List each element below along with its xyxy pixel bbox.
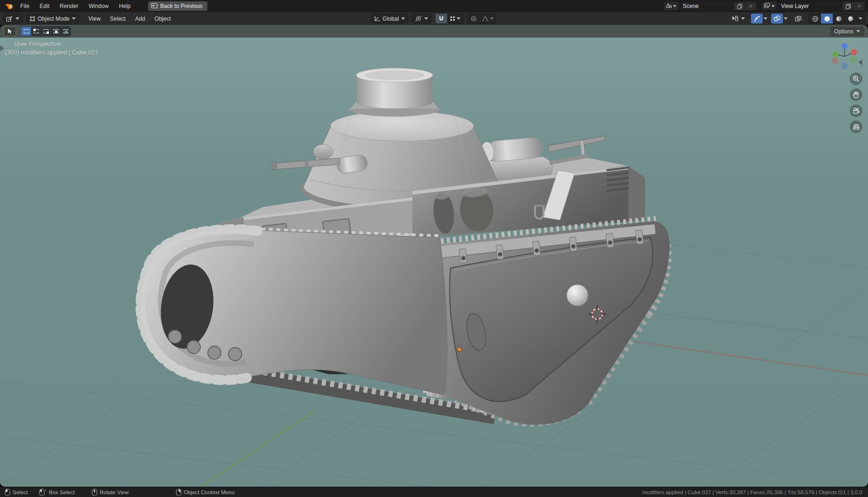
blender-logo-icon[interactable]	[3, 2, 15, 10]
tank-cupola	[349, 68, 440, 117]
viewport-info-label: (300) modifiers applied | Cube.027	[5, 49, 98, 56]
viewport-3d[interactable]: User Perspective (300) modifiers applied…	[0, 38, 868, 487]
scene-new-button[interactable]	[734, 1, 745, 11]
menu-window[interactable]: Window	[83, 0, 114, 12]
editor-type-icon	[6, 16, 13, 22]
falloff-dropdown[interactable]	[480, 14, 496, 24]
zoom-button[interactable]	[850, 72, 862, 85]
ortho-grid-icon	[852, 124, 860, 130]
menu-render[interactable]: Render	[55, 0, 83, 12]
select-mode-group	[21, 26, 71, 36]
snap-toggle-button[interactable]	[435, 14, 447, 24]
gizmo-toggle-button[interactable]	[751, 14, 763, 24]
object-mode-icon	[30, 16, 35, 22]
chevron-down-icon	[741, 17, 745, 20]
navigation-axis-gizmo[interactable]	[829, 40, 860, 72]
tank-left-track	[141, 229, 447, 395]
hint-box-select: Box Select	[39, 489, 75, 496]
object-origin-dot	[458, 347, 462, 352]
pan-button[interactable]	[850, 88, 862, 101]
topbar: File Edit Render Window Help Back to Pre…	[0, 0, 868, 12]
hint-select: Select	[5, 489, 28, 496]
shading-mode-group	[809, 13, 865, 24]
tank-model	[141, 68, 670, 425]
proportional-edit-button[interactable]	[468, 14, 480, 24]
xray-toggle-button[interactable]	[792, 14, 804, 24]
copy-icon	[845, 3, 851, 9]
chevron-down-icon	[673, 5, 677, 8]
select-mode-invert-button[interactable]	[51, 27, 61, 36]
falloff-curve-icon	[482, 16, 489, 22]
view-layer-new-button[interactable]	[843, 1, 854, 11]
tank-right-track	[417, 220, 670, 425]
menu-view[interactable]: View	[84, 16, 105, 22]
chevron-down-icon	[490, 17, 494, 20]
view-layer-selector: View Layer ✕	[761, 1, 865, 11]
view-layer-browse-button[interactable]	[761, 1, 777, 11]
menu-select[interactable]: Select	[105, 16, 130, 22]
transform-orientation-icon	[374, 16, 380, 22]
viewport-3d-scene[interactable]	[0, 38, 868, 487]
options-dropdown[interactable]: Options	[830, 27, 864, 36]
shading-dropdown[interactable]	[856, 14, 865, 24]
chevron-down-icon	[401, 17, 405, 20]
proportional-edit-icon	[471, 16, 477, 22]
overlays-toggle-button[interactable]	[771, 14, 783, 24]
scene-browse-button[interactable]	[663, 1, 679, 11]
shading-wireframe-icon	[812, 16, 819, 22]
pivot-point-icon	[415, 16, 422, 22]
scene-statistics: modifiers applied | Cube.027 | Verts:30,…	[642, 489, 862, 495]
snapping-group	[435, 13, 464, 24]
menu-object[interactable]: Object	[150, 16, 176, 22]
shading-material-button[interactable]	[833, 14, 844, 24]
zoom-icon	[852, 75, 860, 82]
object-visibility-dropdown[interactable]	[728, 14, 748, 24]
menu-file[interactable]: File	[15, 0, 34, 12]
active-tool-select-box-button[interactable]	[4, 26, 16, 36]
viewport-editor: Options	[0, 25, 868, 487]
editor-type-button[interactable]	[3, 14, 23, 24]
snap-target-icon	[450, 16, 455, 21]
shading-wireframe-button[interactable]	[809, 14, 821, 24]
menu-help[interactable]: Help	[114, 0, 136, 12]
transform-orientation-dropdown[interactable]: Global	[371, 14, 409, 24]
xray-toggle-icon	[795, 16, 802, 22]
overlays-toggle-icon	[773, 16, 781, 22]
menu-add[interactable]: Add	[130, 16, 150, 22]
y-axis-line	[187, 411, 314, 487]
mouse-right-icon	[176, 489, 181, 496]
viewport-header: Object Mode View Select Add Object Globa…	[0, 12, 868, 25]
view-layer-icon	[764, 2, 770, 10]
chevron-down-icon[interactable]	[784, 17, 788, 20]
chevron-down-icon	[859, 17, 862, 20]
scene-selector: Scene ✕	[663, 1, 757, 11]
shading-rendered-button[interactable]	[844, 14, 856, 24]
gizmo-toggle-icon	[754, 16, 760, 22]
chevron-down-icon[interactable]	[764, 17, 767, 20]
chevron-down-icon	[856, 30, 860, 32]
scene-icon	[666, 2, 672, 10]
proportional-group	[467, 13, 496, 24]
select-mode-subtract-button[interactable]	[41, 27, 51, 36]
select-mode-intersect-button[interactable]	[61, 27, 71, 36]
shading-rendered-icon	[847, 16, 854, 22]
hint-rotate-view: Rotate View	[92, 489, 129, 496]
view-layer-remove-button[interactable]: ✕	[854, 1, 865, 11]
cursor-arrow-icon	[7, 28, 13, 34]
mode-dropdown[interactable]: Object Mode	[26, 14, 79, 24]
menu-edit[interactable]: Edit	[34, 0, 55, 12]
chevron-down-icon	[424, 17, 428, 20]
pivot-point-dropdown[interactable]	[412, 14, 431, 24]
ortho-grid-button[interactable]	[850, 120, 862, 133]
scene-name-field[interactable]: Scene	[679, 1, 734, 11]
view-layer-name-field[interactable]: View Layer	[777, 1, 843, 11]
shading-solid-button[interactable]	[821, 14, 833, 24]
snap-target-dropdown[interactable]	[447, 14, 463, 24]
chevron-down-icon	[72, 17, 76, 20]
pan-hand-icon	[852, 91, 860, 98]
select-mode-set-button[interactable]	[21, 27, 31, 36]
back-to-previous-button[interactable]: Back to Previous	[148, 1, 207, 11]
camera-view-button[interactable]	[850, 104, 862, 117]
scene-unlink-button[interactable]: ✕	[745, 1, 757, 11]
select-mode-extend-button[interactable]	[31, 27, 41, 36]
